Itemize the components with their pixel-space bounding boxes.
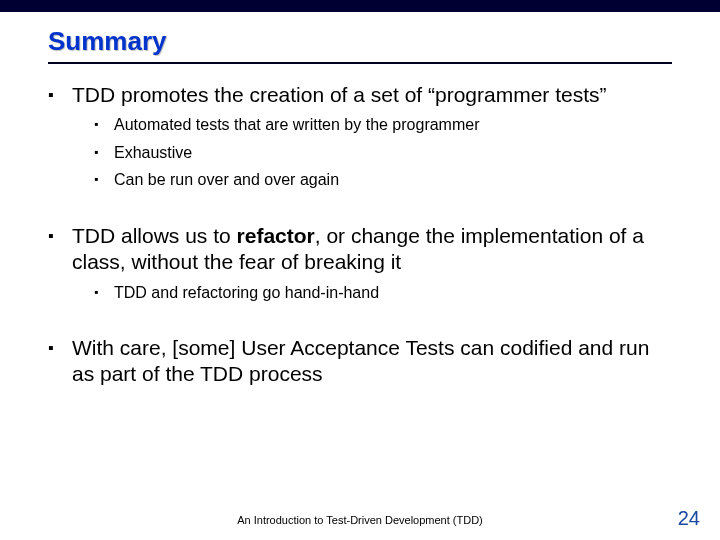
bullet-level2: ▪ TDD and refactoring go hand-in-hand (94, 282, 672, 304)
bullet-level2: ▪ Exhaustive (94, 142, 672, 164)
bullet-text: TDD and refactoring go hand-in-hand (114, 282, 379, 304)
bullet-level1: ▪ TDD promotes the creation of a set of … (48, 82, 672, 108)
sub-bullet-group: ▪ Automated tests that are written by th… (94, 114, 672, 191)
slide-body: ▪ TDD promotes the creation of a set of … (48, 82, 672, 394)
bullet-level1: ▪ With care, [some] User Acceptance Test… (48, 335, 672, 388)
bullet-text: Automated tests that are written by the … (114, 114, 480, 136)
square-bullet-icon: ▪ (94, 169, 114, 187)
bullet-text: Can be run over and over again (114, 169, 339, 191)
slide-top-bar (0, 0, 720, 12)
bullet-level1: ▪ TDD allows us to refactor, or change t… (48, 223, 672, 276)
page-number: 24 (678, 507, 700, 530)
footer-text: An Introduction to Test-Driven Developme… (0, 514, 720, 526)
square-bullet-icon: ▪ (48, 223, 72, 246)
bullet-text: TDD promotes the creation of a set of “p… (72, 82, 672, 108)
bullet-text: With care, [some] User Acceptance Tests … (72, 335, 672, 388)
bullet-level2: ▪ Automated tests that are written by th… (94, 114, 672, 136)
title-underline (48, 62, 672, 64)
square-bullet-icon: ▪ (94, 114, 114, 132)
slide-title: Summary (48, 26, 167, 57)
square-bullet-icon: ▪ (48, 82, 72, 105)
square-bullet-icon: ▪ (94, 142, 114, 160)
sub-bullet-group: ▪ TDD and refactoring go hand-in-hand (94, 282, 672, 304)
text-fragment: TDD allows us to (72, 224, 237, 247)
bullet-level2: ▪ Can be run over and over again (94, 169, 672, 191)
square-bullet-icon: ▪ (48, 335, 72, 358)
text-bold-fragment: refactor (237, 224, 315, 247)
bullet-text: TDD allows us to refactor, or change the… (72, 223, 672, 276)
square-bullet-icon: ▪ (94, 282, 114, 300)
bullet-text: Exhaustive (114, 142, 192, 164)
